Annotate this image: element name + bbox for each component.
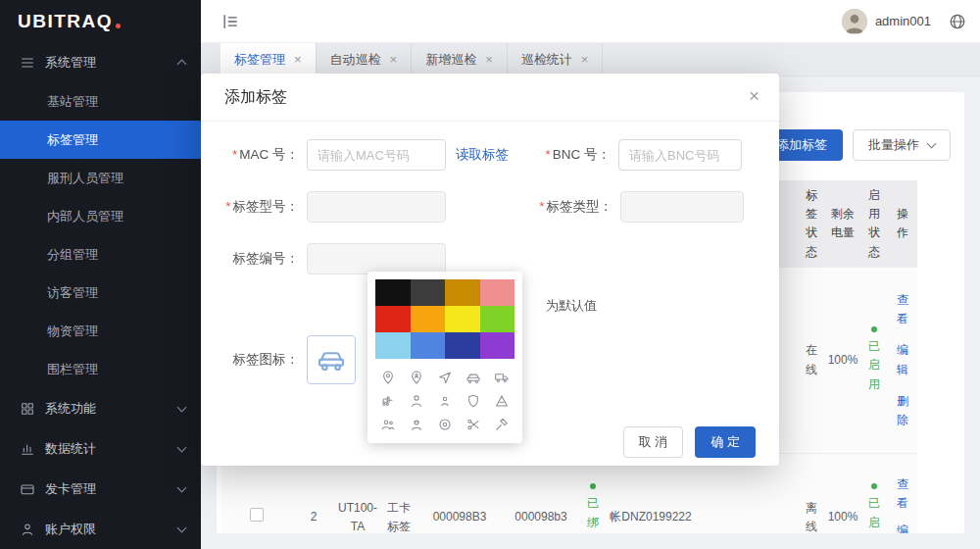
required-mark: * xyxy=(545,147,550,162)
color-swatch[interactable] xyxy=(445,279,480,306)
tab-close-icon[interactable]: × xyxy=(485,53,493,66)
tab-new-inspection[interactable]: 新增巡检× xyxy=(412,43,508,75)
sidebar-item-internal-personnel-management[interactable]: 内部人员管理 xyxy=(0,197,201,235)
car-icon[interactable] xyxy=(460,367,486,388)
color-swatch[interactable] xyxy=(445,306,480,332)
column-header: 剩余电量 xyxy=(825,180,860,268)
tab-close-icon[interactable]: × xyxy=(390,53,398,66)
operations-cell: 查看编辑删除 xyxy=(888,268,917,454)
modal-title: 添加标签 xyxy=(224,87,287,108)
tab-close-icon[interactable]: × xyxy=(294,53,302,66)
status-dot xyxy=(871,326,877,332)
table-cell: 已启用 xyxy=(860,454,888,533)
delete-link[interactable]: 删除 xyxy=(892,392,913,429)
location-pin-icon[interactable] xyxy=(375,367,402,388)
color-swatch[interactable] xyxy=(411,279,446,306)
mac-label: *MAC 号： xyxy=(224,146,299,164)
tab-auto-inspection[interactable]: 自动巡检× xyxy=(317,43,413,75)
logo-dot-icon xyxy=(116,24,121,28)
collapse-sidebar-icon[interactable] xyxy=(220,12,240,31)
color-swatch[interactable] xyxy=(411,306,446,332)
mac-input[interactable] xyxy=(307,139,446,171)
sidebar-item-label: 系统功能 xyxy=(45,400,178,418)
color-swatch[interactable] xyxy=(480,306,515,332)
chevron-up-icon xyxy=(177,60,187,70)
header-right: admin001 xyxy=(842,9,966,34)
sidebar-item-system-management[interactable]: 系统管理 xyxy=(0,42,201,82)
badge-icon[interactable] xyxy=(460,390,486,412)
forklift-icon[interactable] xyxy=(375,390,402,412)
chart-icon xyxy=(20,441,35,457)
view-link[interactable]: 查看 xyxy=(892,475,913,513)
cancel-button[interactable]: 取 消 xyxy=(623,426,684,458)
brand-logo: UBITRAQ xyxy=(0,0,201,42)
language-globe-icon[interactable] xyxy=(949,13,966,30)
tag-type-input[interactable] xyxy=(620,191,744,223)
brand-logo-text: UBITRAQ xyxy=(18,11,113,32)
sidebar-item-fence-management[interactable]: 围栏管理 xyxy=(0,350,201,388)
tag-code-input[interactable] xyxy=(307,243,446,274)
target-icon[interactable] xyxy=(432,414,459,435)
sidebar-item-label: 数据统计 xyxy=(45,440,178,458)
view-link[interactable]: 查看 xyxy=(892,291,913,328)
child-icon[interactable] xyxy=(432,390,459,412)
tab-tag-management[interactable]: 标签管理× xyxy=(220,43,317,75)
tag-model-label: *标签型号： xyxy=(224,198,299,216)
tab-bar: 标签管理×自动巡检×新增巡检×巡检统计× xyxy=(201,43,980,76)
row-checkbox[interactable] xyxy=(250,508,264,522)
sidebar-item-label: 服刑人员管理 xyxy=(47,170,201,187)
color-swatch[interactable] xyxy=(480,279,515,306)
column-header: 标签状态 xyxy=(798,180,825,268)
edit-link[interactable]: 编辑 xyxy=(892,341,913,378)
color-swatch[interactable] xyxy=(480,332,515,359)
cone-icon[interactable] xyxy=(488,390,514,412)
sidebar-item-tag-management[interactable]: 标签管理 xyxy=(0,121,201,159)
sidebar-item-card-issuing-management[interactable]: 发卡管理 xyxy=(0,469,201,509)
avatar[interactable] xyxy=(842,9,867,34)
sidebar-item-account-permissions[interactable]: 账户权限 xyxy=(0,509,201,549)
color-swatch[interactable] xyxy=(375,332,411,359)
group-icon[interactable] xyxy=(375,414,402,435)
color-swatch[interactable] xyxy=(445,332,480,359)
username[interactable]: admin001 xyxy=(875,14,931,28)
close-icon[interactable]: × xyxy=(749,86,760,105)
required-mark: * xyxy=(539,199,544,214)
sidebar-item-material-management[interactable]: 物资管理 xyxy=(0,312,201,350)
bulk-actions-button[interactable]: 批量操作 xyxy=(853,129,951,161)
sidebar-item-group-management[interactable]: 分组管理 xyxy=(0,235,201,274)
sidebar: UBITRAQ 系统管理基站管理标签管理服刑人员管理内部人员管理分组管理访客管理… xyxy=(0,0,201,549)
sidebar-item-prisoner-management[interactable]: 服刑人员管理 xyxy=(0,159,201,197)
navigation-icon[interactable] xyxy=(432,367,459,388)
tag-icon-selector[interactable] xyxy=(307,335,356,384)
tag-status: 离线 xyxy=(798,454,825,533)
bnc-input[interactable] xyxy=(618,139,742,171)
sidebar-item-label: 系统管理 xyxy=(45,54,178,72)
hammer-icon[interactable] xyxy=(488,414,514,435)
truck-icon[interactable] xyxy=(488,367,514,388)
color-swatch[interactable] xyxy=(375,279,411,306)
sidebar-item-visitor-management[interactable]: 访客管理 xyxy=(0,274,201,312)
list-icon xyxy=(20,55,35,71)
person-icon[interactable] xyxy=(404,390,430,412)
sidebar-item-label: 内部人员管理 xyxy=(47,208,201,225)
modal-header: 添加标签 xyxy=(201,74,779,122)
tag-model-input[interactable] xyxy=(307,191,446,223)
scissors-icon[interactable] xyxy=(460,414,486,435)
worker-icon[interactable] xyxy=(404,414,430,435)
sidebar-item-data-statistics[interactable]: 数据统计 xyxy=(0,428,201,469)
bnc-label: *BNC 号： xyxy=(526,146,611,164)
modal-footer: 取 消 确 定 xyxy=(623,426,756,458)
edit-link[interactable]: 编辑 xyxy=(892,522,913,533)
tab-close-icon[interactable]: × xyxy=(581,53,589,66)
confirm-button[interactable]: 确 定 xyxy=(695,426,756,458)
chevron-down-icon xyxy=(177,523,187,532)
battery-level: 100% xyxy=(825,454,860,533)
color-swatch[interactable] xyxy=(411,332,446,359)
icon-grid xyxy=(375,367,514,435)
person-pin-icon[interactable] xyxy=(404,367,430,388)
read-tag-link[interactable]: 读取标签 xyxy=(456,146,509,164)
sidebar-item-base-station-management[interactable]: 基站管理 xyxy=(0,82,201,121)
sidebar-item-system-functions[interactable]: 系统功能 xyxy=(0,388,201,428)
tab-inspection-statistics[interactable]: 巡检统计× xyxy=(508,43,604,75)
color-swatch[interactable] xyxy=(375,306,411,332)
